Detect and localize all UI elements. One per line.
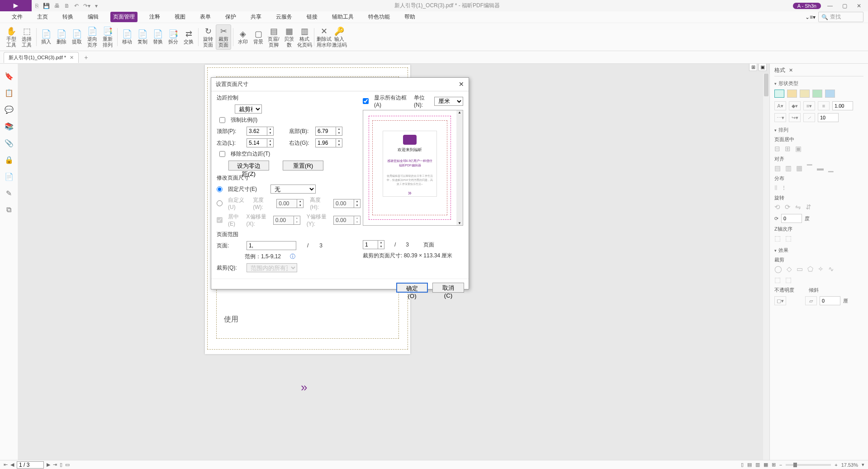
center-h-icon[interactable]: ⊟ [774, 145, 780, 153]
page-nav-input[interactable] [17, 461, 44, 469]
rotate-right-icon[interactable]: ⟳ [785, 203, 791, 211]
ribbon-裁剪页面[interactable]: ✂裁剪 页面 [216, 24, 231, 50]
preview-page-spinner[interactable]: ▲▼ [378, 240, 384, 249]
minimize-icon[interactable]: — [825, 3, 835, 9]
menu-转换[interactable]: 转换 [60, 12, 76, 22]
view-fit-icon[interactable]: ▣ [759, 64, 767, 71]
skew-picker[interactable]: ▱ [805, 296, 817, 305]
crop-type-select[interactable]: 裁剪框 [235, 104, 262, 114]
top-input[interactable] [247, 127, 267, 136]
flip-h-icon[interactable]: ⇋ [795, 203, 801, 211]
ribbon-替换[interactable]: 📄替换 [150, 24, 166, 50]
sidebar-icon-4[interactable]: 📎 [5, 139, 14, 147]
crop-custom2-icon[interactable]: ⬚ [785, 276, 792, 284]
page-layout2-icon[interactable]: ▭ [65, 462, 70, 468]
view-grid-icon[interactable]: ⊞ [749, 64, 757, 71]
new-tab-button[interactable]: + [84, 54, 88, 61]
fixed-size-select[interactable]: 无 [270, 185, 316, 194]
ribbon-旋转页面[interactable]: ↻旋转 页面 [200, 24, 216, 50]
sidebar-icon-2[interactable]: 💬 [5, 105, 14, 114]
swatch-3[interactable] [812, 90, 822, 98]
top-spinner[interactable]: ▲▼ [267, 127, 274, 136]
sidebar-icon-0[interactable]: 🔖 [5, 72, 14, 81]
menu-共享[interactable]: 共享 [248, 12, 264, 22]
qat-doc-icon[interactable]: 🗎 [64, 3, 70, 9]
close-icon[interactable]: ✕ [854, 3, 864, 9]
menu-特色功能[interactable]: 特色功能 [365, 12, 393, 22]
sidebar-icon-6[interactable]: 📄 [5, 172, 14, 181]
collapse-ribbon-icon[interactable]: ⌄≡▾ [805, 14, 816, 20]
ribbon-重新排列[interactable]: 📑重新 排列 [100, 24, 115, 50]
line-weight-picker[interactable]: ≡ [818, 101, 830, 110]
ribbon-格式化页码[interactable]: ▥格式 化页码 [297, 24, 312, 50]
view-thumb-icon[interactable]: ⊞ [772, 462, 776, 468]
first-page-icon[interactable]: ⇤ [4, 462, 8, 468]
qat-undo-icon[interactable]: ↶ [74, 3, 79, 9]
ribbon-提取[interactable]: 📄提取 [69, 24, 85, 50]
info-icon[interactable]: ⓘ [290, 253, 295, 261]
next-page-icon[interactable]: ▶ [47, 462, 50, 468]
ok-button[interactable]: 确定(O) [396, 283, 428, 293]
search-input[interactable]: 🔍查找 [818, 12, 863, 22]
ribbon-选择工具[interactable]: ⬚选择 工具 [19, 24, 34, 50]
menu-视图[interactable]: 视图 [172, 12, 188, 22]
angle-icon[interactable]: ⟋ [803, 113, 815, 122]
format-panel-tab[interactable]: 格式 [774, 66, 785, 74]
sidebar-icon-7[interactable]: ✎ [6, 189, 12, 198]
preview-scrollbar[interactable]: ▲▼ [456, 110, 463, 225]
menu-辅助工具[interactable]: 辅助工具 [329, 12, 356, 22]
crop-rect-icon[interactable]: ▭ [797, 265, 803, 273]
zoom-dropdown-icon[interactable]: ▾ [862, 462, 864, 468]
swatch-0[interactable] [774, 90, 784, 98]
sidebar-icon-1[interactable]: 📋 [5, 89, 14, 97]
align-right-icon[interactable]: ▦ [796, 164, 802, 172]
ribbon-输入激活码[interactable]: 🔑输入 激活码 [332, 24, 347, 50]
ribbon-贝茨数[interactable]: ▦贝茨 数 [281, 24, 297, 50]
right-spinner[interactable]: ▲▼ [336, 138, 342, 147]
send-back-icon[interactable]: ⬚ [785, 234, 792, 242]
arrow-style-picker[interactable]: ↪▾ [789, 113, 801, 122]
menu-表单[interactable]: 表单 [197, 12, 213, 22]
view-cont-icon[interactable]: ▤ [747, 462, 752, 468]
distribute-v-icon[interactable]: ⫶ [782, 184, 786, 192]
preview-page-input[interactable] [363, 240, 378, 249]
sidebar-icon-5[interactable]: 🔒 [5, 156, 14, 164]
constrain-checkbox[interactable] [219, 117, 225, 123]
prev-page-icon[interactable]: ◀ [10, 462, 14, 468]
ribbon-逆向页序[interactable]: 📄逆向 页序 [85, 24, 100, 50]
align-left-icon[interactable]: ▤ [774, 164, 781, 172]
align-middle-icon[interactable]: ▬ [817, 164, 824, 172]
left-input[interactable] [247, 138, 267, 147]
ribbon-页眉/页脚[interactable]: ▤页眉/ 页脚 [266, 24, 281, 50]
bottom-input[interactable] [315, 127, 336, 136]
ribbon-交换[interactable]: ⇄交换 [181, 24, 196, 50]
swatch-4[interactable] [825, 90, 835, 98]
line-width-input[interactable] [832, 101, 853, 110]
zero-margin-button[interactable]: 设为零边距(Z) [228, 161, 269, 171]
zoom-value[interactable]: 17.53% [841, 462, 858, 468]
ribbon-复制[interactable]: 📄复制 [135, 24, 150, 50]
align-bottom-icon[interactable]: ▁ [828, 164, 834, 172]
align-center-icon[interactable]: ▥ [785, 164, 792, 172]
swatch-2[interactable] [800, 90, 810, 98]
ribbon-背景[interactable]: ▢背景 [251, 24, 266, 50]
outline-color-picker[interactable]: ◆▾ [789, 101, 801, 110]
bottom-spinner[interactable]: ▲▼ [336, 127, 342, 136]
zoom-in-icon[interactable]: + [835, 462, 837, 468]
page-layout1-icon[interactable]: ▯ [60, 462, 62, 468]
flip-v-icon[interactable]: ⇵ [806, 203, 811, 211]
angle-input[interactable] [818, 113, 839, 122]
ribbon-移动[interactable]: 📄移动 [119, 24, 135, 50]
opacity-picker[interactable]: ▢▾ [774, 296, 786, 305]
view-single-icon[interactable]: ▯ [741, 462, 744, 468]
menu-注释[interactable]: 注释 [147, 12, 163, 22]
remove-white-checkbox[interactable] [219, 151, 225, 157]
format-panel-close-icon[interactable]: ✕ [789, 67, 793, 73]
ribbon-删除[interactable]: 📄删除 [54, 24, 69, 50]
reset-button[interactable]: 重置(R) [283, 161, 323, 171]
zoom-out-icon[interactable]: − [779, 462, 782, 468]
distribute-h-icon[interactable]: ⫴ [774, 184, 778, 192]
sidebar-icon-8[interactable]: ⧉ [6, 206, 11, 214]
qat-print-icon[interactable]: 🖶 [54, 3, 60, 9]
last-page-icon[interactable]: ⇥ [53, 462, 57, 468]
